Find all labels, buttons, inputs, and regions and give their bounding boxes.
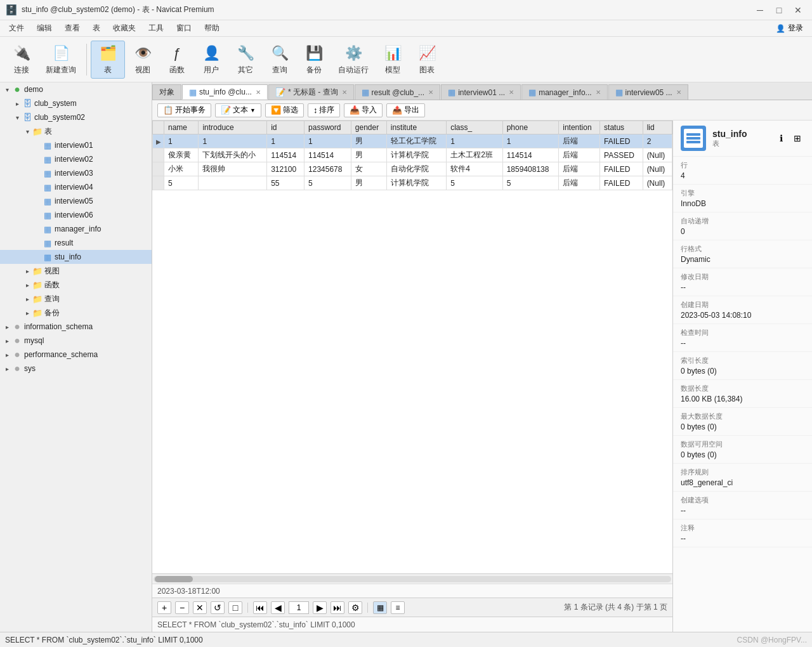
sidebar-item-sys[interactable]: ▸ ● sys [0,362,152,376]
cell-2-intention[interactable]: 后端 [559,162,600,176]
cell-3-gender[interactable]: 男 [351,176,386,190]
sidebar-item-interview01[interactable]: ▦ interview01 [0,138,152,152]
page-settings-button[interactable]: ⚙ [348,601,362,614]
stop-button[interactable]: ✕ [193,601,207,614]
cell-0-id[interactable]: 1 [267,134,304,148]
cell-2-lid[interactable]: (Null) [643,162,672,176]
cell-0-institute[interactable]: 轻工化工学院 [386,134,446,148]
cell-2-gender[interactable]: 女 [351,162,386,176]
tab-close-tab-no-title[interactable]: ✕ [342,89,347,96]
sidebar-item-backups[interactable]: ▸ 📁 备份 [0,306,152,320]
cell-3-password[interactable]: 5 [304,176,351,190]
cell-3-name[interactable]: 5 [164,176,199,190]
info-panel-grid-button[interactable]: ⊞ [790,131,804,145]
menu-item-查看[interactable]: 查看 [58,22,86,35]
cell-0-gender[interactable]: 男 [351,134,386,148]
tab-tab-no-title[interactable]: 📝* 无标题 - 查询✕ [268,84,354,100]
sidebar-item-tables[interactable]: ▾ 📁 表 [0,124,152,138]
menu-item-表[interactable]: 表 [86,22,107,35]
table-row[interactable]: 5555男计算机学院55后端FAILED(Null) [153,176,672,190]
cell-3-class_[interactable]: 5 [447,176,503,190]
text-button[interactable]: 📝 文本 ▼ [215,103,261,117]
table-row[interactable]: 俊亲黄下划线开头的小114514114514男计算机学院土木工程2班114514… [153,148,672,162]
sort-button[interactable]: ↕️ 排序 [308,103,341,117]
tab-close-tab-result[interactable]: ✕ [428,89,433,96]
cell-3-intention[interactable]: 后端 [559,176,600,190]
info-panel-info-button[interactable]: ℹ [774,131,788,145]
tab-tab-interview01[interactable]: ▦interview01 ...✕ [441,84,521,100]
cell-1-lid[interactable]: (Null) [643,148,672,162]
col-header-password[interactable]: password [304,121,351,134]
toolbar-btn-backup[interactable]: 💾备份 [298,41,331,79]
toolbar-btn-new-query[interactable]: 📄新建查询 [39,41,82,79]
cell-1-phone[interactable]: 114514 [502,148,559,162]
cell-3-status[interactable]: FAILED [600,176,643,190]
sidebar-item-mysql[interactable]: ▸ ● mysql [0,334,152,348]
toolbar-btn-view[interactable]: 👁️视图 [126,41,159,79]
toolbar-btn-query[interactable]: 🔍查询 [263,41,296,79]
tab-close-tab-interview05[interactable]: ✕ [676,89,681,96]
cell-2-id[interactable]: 312100 [267,162,304,176]
toolbar-btn-connect[interactable]: 🔌连接 [5,41,38,79]
cell-1-gender[interactable]: 男 [351,148,386,162]
maximize-button[interactable]: □ [770,4,788,16]
table-row[interactable]: ▶1111男轻工化工学院11后端FAILED2 [153,134,672,148]
cell-1-intention[interactable]: 后端 [559,148,600,162]
form-view-button[interactable]: ≡ [391,601,405,614]
sidebar-item-manager_info[interactable]: ▦ manager_info [0,222,152,236]
col-header-class_[interactable]: class_ [447,121,503,134]
minimize-button[interactable]: ─ [751,4,769,16]
cell-3-institute[interactable]: 计算机学院 [386,176,446,190]
sidebar-item-interview06[interactable]: ▦ interview06 [0,208,152,222]
sidebar-item-interview05[interactable]: ▦ interview05 [0,194,152,208]
toolbar-btn-model[interactable]: 📊模型 [376,41,409,79]
clear-button[interactable]: □ [228,601,242,614]
col-header-id[interactable]: id [267,121,304,134]
prev-page-button[interactable]: ◀ [271,601,285,614]
cell-0-password[interactable]: 1 [304,134,351,148]
cell-2-status[interactable]: FAILED [600,162,643,176]
cell-0-phone[interactable]: 1 [502,134,559,148]
tab-close-tab-stu-info[interactable]: ✕ [256,89,261,96]
toolbar-btn-function[interactable]: ƒ函数 [160,41,193,79]
cell-0-class_[interactable]: 1 [447,134,503,148]
sidebar-item-demo[interactable]: ▾ ● demo [0,82,152,96]
cell-0-name[interactable]: 1 [164,134,199,148]
last-page-button[interactable]: ⏭ [331,601,344,614]
import-button[interactable]: 📥 导入 [344,103,383,117]
sidebar-item-views[interactable]: ▸ 📁 视图 [0,264,152,278]
cell-3-id[interactable]: 55 [267,176,304,190]
tab-close-tab-manager-info[interactable]: ✕ [596,89,601,96]
menu-item-窗口[interactable]: 窗口 [170,22,198,35]
menu-item-文件[interactable]: 文件 [3,22,30,35]
sidebar-item-queries[interactable]: ▸ 📁 查询 [0,292,152,306]
cell-0-lid[interactable]: 2 [643,134,672,148]
sidebar-item-performance_schema[interactable]: ▸ ● performance_schema [0,348,152,362]
cell-0-intention[interactable]: 后端 [559,134,600,148]
cell-1-introduce[interactable]: 下划线开头的小 [199,148,267,162]
first-page-button[interactable]: ⏮ [253,601,267,614]
refresh-button[interactable]: ↺ [211,601,225,614]
col-header-name[interactable]: name [164,121,199,134]
col-header-institute[interactable]: institute [386,121,446,134]
cell-1-status[interactable]: PASSED [600,148,643,162]
cell-1-class_[interactable]: 土木工程2班 [447,148,503,162]
col-header-phone[interactable]: phone [502,121,559,134]
col-header-gender[interactable]: gender [351,121,386,134]
sidebar-item-result[interactable]: ▦ result [0,236,152,250]
col-header-lid[interactable]: lid [643,121,672,134]
col-header-status[interactable]: status [600,121,643,134]
tab-tab-stu-info[interactable]: ▦stu_info @clu...✕ [182,84,268,100]
tab-tab-interview05[interactable]: ▦interview05 ...✕ [608,84,688,100]
sidebar-item-interview03[interactable]: ▦ interview03 [0,166,152,180]
horizontal-scrollbar[interactable] [152,573,672,584]
cell-3-introduce[interactable] [199,176,267,190]
close-button[interactable]: ✕ [789,4,807,16]
sidebar-item-club_system[interactable]: ▸ 🗄 club_system [0,96,152,110]
cell-2-name[interactable]: 小米 [164,162,199,176]
menu-item-收藏夹[interactable]: 收藏夹 [107,22,142,35]
add-record-button[interactable]: + [157,601,171,614]
cell-1-institute[interactable]: 计算机学院 [386,148,446,162]
cell-3-phone[interactable]: 5 [502,176,559,190]
cell-2-class_[interactable]: 软件4 [447,162,503,176]
